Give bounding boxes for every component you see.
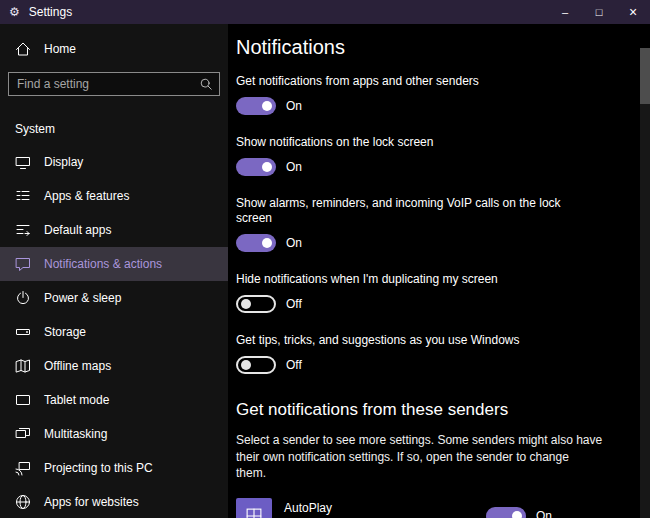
- toggle-knob: [512, 511, 522, 518]
- storage-icon: [15, 324, 31, 340]
- setting-label: Hide notifications when I'm duplicating …: [236, 272, 626, 287]
- sidebar-item-label: Projecting to this PC: [44, 461, 153, 475]
- setting-label: Get tips, tricks, and suggestions as you…: [236, 333, 626, 348]
- sidebar-nav: Display Apps & features Default apps Not…: [0, 145, 228, 518]
- page-title: Notifications: [236, 34, 626, 60]
- toggle-state-label: On: [286, 99, 302, 113]
- setting-alarms-voip-lock-screen: Show alarms, reminders, and incoming VoI…: [236, 196, 626, 252]
- toggle-switch[interactable]: [236, 158, 276, 176]
- home-icon: [15, 41, 31, 57]
- sidebar-item-label: Apps for websites: [44, 495, 139, 509]
- settings-sidebar: Home System Display Apps & features: [0, 24, 228, 518]
- window-title: Settings: [29, 5, 72, 19]
- toggle-switch[interactable]: [236, 295, 276, 313]
- notifications-settings-page: Notifications Get notifications from app…: [228, 24, 650, 518]
- websites-icon: [15, 494, 31, 510]
- sidebar-item-label: Notifications & actions: [44, 257, 162, 271]
- setting-label: Show notifications on the lock screen: [236, 135, 626, 150]
- sidebar-item-label: Storage: [44, 325, 86, 339]
- senders-section-description: Select a sender to see more settings. So…: [236, 432, 626, 482]
- toggle-knob: [262, 162, 272, 172]
- toggle-knob: [262, 101, 272, 111]
- setting-label: Show alarms, reminders, and incoming VoI…: [236, 196, 626, 226]
- window-controls: – □ ×: [548, 0, 650, 24]
- notifications-icon: [15, 256, 31, 272]
- vertical-scrollbar[interactable]: [640, 48, 650, 518]
- setting-tips-tricks-suggestions: Get tips, tricks, and suggestions as you…: [236, 333, 626, 374]
- scrollbar-thumb[interactable]: [640, 48, 650, 104]
- toggle-knob: [241, 299, 251, 309]
- sidebar-item-label: Apps & features: [44, 189, 129, 203]
- toggle-state-label: On: [536, 509, 552, 518]
- sidebar-item-display[interactable]: Display: [0, 145, 228, 179]
- setting-lock-screen-notifications: Show notifications on the lock screen On: [236, 135, 626, 176]
- toggle-state-label: Off: [286, 358, 302, 372]
- tablet-mode-icon: [15, 392, 31, 408]
- maximize-button[interactable]: □: [582, 0, 616, 24]
- sidebar-item-label: Offline maps: [44, 359, 111, 373]
- sender-name: AutoPlay: [284, 501, 389, 515]
- projecting-icon: [15, 460, 31, 476]
- sidebar-item-label: Display: [44, 155, 83, 169]
- sidebar-item-apps-features[interactable]: Apps & features: [0, 179, 228, 213]
- apps-features-icon: [15, 188, 31, 204]
- sidebar-item-power-sleep[interactable]: Power & sleep: [0, 281, 228, 315]
- sender-row-autoplay[interactable]: AutoPlay On: Banners, Sounds On: [236, 498, 552, 518]
- toggle-state-label: On: [286, 160, 302, 174]
- minimize-button[interactable]: –: [548, 0, 582, 24]
- sidebar-item-apps-websites[interactable]: Apps for websites: [0, 485, 228, 518]
- gear-icon: ⚙: [9, 6, 20, 18]
- sidebar-item-tablet-mode[interactable]: Tablet mode: [0, 383, 228, 417]
- power-icon: [15, 290, 31, 306]
- close-button[interactable]: ×: [616, 0, 650, 24]
- toggle-switch[interactable]: [486, 507, 526, 518]
- toggle-state-label: Off: [286, 297, 302, 311]
- sidebar-item-label: Multitasking: [44, 427, 107, 441]
- default-apps-icon: [15, 222, 31, 238]
- sidebar-item-projecting[interactable]: Projecting to this PC: [0, 451, 228, 485]
- setting-get-notifications: Get notifications from apps and other se…: [236, 74, 626, 115]
- sidebar-item-default-apps[interactable]: Default apps: [0, 213, 228, 247]
- sidebar-item-label: Default apps: [44, 223, 111, 237]
- sidebar-section-label: System: [0, 96, 228, 145]
- search-input[interactable]: [17, 77, 199, 91]
- sidebar-item-label: Power & sleep: [44, 291, 121, 305]
- sidebar-item-notifications-actions[interactable]: Notifications & actions: [0, 247, 228, 281]
- toggle-state-label: On: [286, 236, 302, 250]
- multitasking-icon: [15, 426, 31, 442]
- sidebar-item-home[interactable]: Home: [0, 32, 228, 66]
- display-icon: [15, 154, 31, 170]
- sidebar-item-storage[interactable]: Storage: [0, 315, 228, 349]
- toggle-switch[interactable]: [236, 97, 276, 115]
- senders-section-title: Get notifications from these senders: [236, 400, 626, 420]
- toggle-switch[interactable]: [236, 356, 276, 374]
- autoplay-tile-icon: [236, 498, 272, 518]
- titlebar: ⚙ Settings – □ ×: [0, 0, 650, 24]
- setting-label: Get notifications from apps and other se…: [236, 74, 626, 89]
- search-box: [8, 72, 220, 96]
- search-icon[interactable]: [199, 77, 213, 91]
- sidebar-item-multitasking[interactable]: Multitasking: [0, 417, 228, 451]
- toggle-knob: [262, 238, 272, 248]
- toggle-switch[interactable]: [236, 234, 276, 252]
- offline-maps-icon: [15, 358, 31, 374]
- sidebar-item-offline-maps[interactable]: Offline maps: [0, 349, 228, 383]
- setting-hide-when-duplicating: Hide notifications when I'm duplicating …: [236, 272, 626, 313]
- toggle-knob: [241, 360, 251, 370]
- sidebar-item-label: Tablet mode: [44, 393, 109, 407]
- sidebar-item-label: Home: [44, 42, 76, 56]
